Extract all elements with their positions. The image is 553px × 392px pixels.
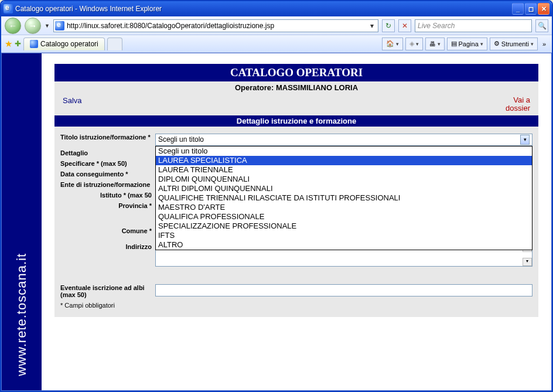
overflow-icon[interactable]: »: [540, 40, 548, 47]
stop-icon: ✕: [402, 22, 408, 30]
search-go-button[interactable]: 🔍: [535, 19, 548, 32]
printer-icon: 🖶: [429, 40, 436, 47]
label-istituto: Istituto * (max 50: [60, 192, 155, 199]
label-provincia: Provincia *: [60, 202, 155, 209]
action-row: Salva Vai a dossier: [54, 94, 538, 115]
main-content: CATALOGO OPERATORI Operatore: MASSIMILIA…: [42, 53, 551, 390]
select-titolo-value: Scegli un titolo: [158, 135, 204, 144]
row-titolo: Titolo istruzione/formazione * Scegli un…: [60, 134, 532, 146]
page-icon: [55, 21, 64, 30]
address-dropdown-icon[interactable]: ▾: [367, 22, 377, 30]
dropdown-option[interactable]: Scegli un titolo: [156, 146, 532, 156]
refresh-icon: ↻: [385, 22, 391, 30]
dropdown-option[interactable]: ALTRO: [156, 240, 532, 250]
address-bar[interactable]: http://linux.saforet.it:8080/CatalogoOpe…: [53, 19, 378, 32]
rss-icon: ◈: [409, 40, 414, 47]
gear-icon: ⚙: [494, 40, 500, 47]
close-button[interactable]: ✕: [538, 3, 549, 15]
chevron-down-icon: ▾: [520, 135, 530, 145]
vai-a-dossier-link[interactable]: Vai a dossier: [506, 96, 530, 113]
page-title: CATALOGO OPERATORI: [54, 64, 538, 81]
feeds-button[interactable]: ◈▾: [405, 38, 423, 50]
print-button[interactable]: 🖶▾: [425, 38, 445, 50]
required-footnote: * Campi obbligatori: [60, 302, 532, 309]
dropdown-option[interactable]: DIPLOMI QUINQUENNALI: [156, 175, 532, 184]
dropdown-option[interactable]: QUALIFICA PROFESSIONALE: [156, 212, 532, 221]
home-button[interactable]: 🏠▾: [382, 38, 403, 50]
page-icon: ▤: [451, 40, 457, 47]
operator-label: Operatore: MASSIMILIANO LORIA: [54, 81, 538, 94]
navbar: ← → ▼ http://linux.saforet.it:8080/Catal…: [1, 16, 552, 35]
window-controls: _ ◻ ✕: [512, 3, 549, 15]
dropdown-titolo[interactable]: Scegli un titoloLAUREA SPECIALISTICALAUR…: [155, 146, 532, 250]
content-frame: www.rete.toscana.it CATALOGO OPERATORI O…: [1, 53, 552, 391]
chevron-down-icon: ▾: [416, 41, 419, 47]
label-comune: Comune *: [60, 227, 155, 234]
add-favorites-icon[interactable]: ✚: [15, 39, 21, 48]
field-titolo: Scegli un titolo ▾ Scegli un titoloLAURE…: [155, 134, 532, 146]
search-placeholder: Live Search: [418, 22, 455, 30]
dropdown-option[interactable]: MAESTRO D'ARTE: [156, 203, 532, 212]
dropdown-option[interactable]: LAUREA TRIENNALE: [156, 165, 532, 175]
row-iscrizione: Eventuale iscrizione ad albi (max 50): [60, 284, 532, 298]
chevron-down-icon: ▾: [396, 41, 399, 47]
nav-chevron-icon[interactable]: ▼: [45, 23, 50, 29]
dropdown-option[interactable]: QUALIFICHE TRIENNALI RILASCIATE DA ISTIT…: [156, 193, 532, 203]
form: Titolo istruzione/formazione * Scegli un…: [54, 127, 538, 317]
brand-text: www.rete.toscana.it: [14, 253, 29, 376]
dropdown-option[interactable]: SPECIALIZZAZIONE PROFESSIONALE: [156, 221, 532, 231]
chevron-down-icon: ▾: [438, 41, 441, 47]
magnifier-icon: 🔍: [538, 22, 547, 30]
home-icon: 🏠: [386, 40, 394, 47]
refresh-button[interactable]: ↻: [382, 19, 395, 32]
page-menu-button[interactable]: ▤ Pagina ▾: [447, 38, 487, 50]
dropdown-option[interactable]: LAUREA SPECIALISTICA: [156, 156, 532, 165]
section-title: Dettaglio istruzione e formazione: [54, 115, 538, 127]
label-indirizzo: Indirizzo: [60, 243, 155, 250]
tools-menu-label: Strumenti: [501, 40, 529, 47]
label-titolo: Titolo istruzione/formazione *: [60, 134, 155, 141]
ie-window: Catalogo operatori - Windows Internet Ex…: [0, 0, 553, 392]
titlebar[interactable]: Catalogo operatori - Windows Internet Ex…: [1, 1, 552, 16]
search-input[interactable]: Live Search: [415, 19, 532, 32]
forward-button[interactable]: →: [25, 18, 41, 34]
back-button[interactable]: ←: [5, 18, 21, 34]
favorites-icon[interactable]: ★: [5, 39, 12, 49]
label-iscrizione: Eventuale iscrizione ad albi (max 50): [60, 284, 155, 298]
label-specificare: Specificare * (max 50): [60, 160, 155, 167]
select-titolo[interactable]: Scegli un titolo ▾: [155, 134, 532, 146]
dropdown-option[interactable]: ALTRI DIPLOMI QUINQUENNALI: [156, 184, 532, 193]
window-title: Catalogo operatori - Windows Internet Ex…: [15, 5, 512, 13]
sidebar-brand: www.rete.toscana.it: [2, 53, 42, 390]
arrow-right-icon: →: [29, 21, 37, 30]
maximize-button[interactable]: ◻: [525, 3, 537, 15]
tab-catalogo[interactable]: Catalogo operatori: [23, 38, 105, 50]
page-menu-label: Pagina: [459, 40, 479, 47]
ie-icon: [4, 4, 13, 13]
label-ente: Ente di istruzione/formazione: [60, 181, 155, 188]
scroll-down-icon[interactable]: ▾: [523, 258, 532, 266]
salva-link[interactable]: Salva: [63, 96, 82, 113]
label-data: Data conseguimento *: [60, 171, 155, 178]
input-iscrizione[interactable]: [155, 284, 532, 296]
tabs-bar: ★ ✚ Catalogo operatori 🏠▾ ◈▾ 🖶▾ ▤ Pagina…: [1, 35, 552, 53]
tools-menu-button[interactable]: ⚙ Strumenti ▾: [490, 38, 538, 50]
chevron-down-icon: ▾: [531, 41, 534, 47]
chevron-down-icon: ▾: [480, 41, 483, 47]
dropdown-option[interactable]: IFTS: [156, 231, 532, 240]
label-dettaglio: Dettaglio: [60, 149, 155, 156]
tab-page-icon: [30, 40, 38, 48]
tab-title: Catalogo operatori: [40, 40, 98, 48]
stop-button[interactable]: ✕: [398, 19, 411, 32]
new-tab-button[interactable]: [107, 38, 122, 50]
arrow-left-icon: ←: [9, 21, 17, 30]
url-text: http://linux.saforet.it:8080/CatalogoOpe…: [67, 22, 367, 30]
minimize-button[interactable]: _: [512, 3, 524, 15]
